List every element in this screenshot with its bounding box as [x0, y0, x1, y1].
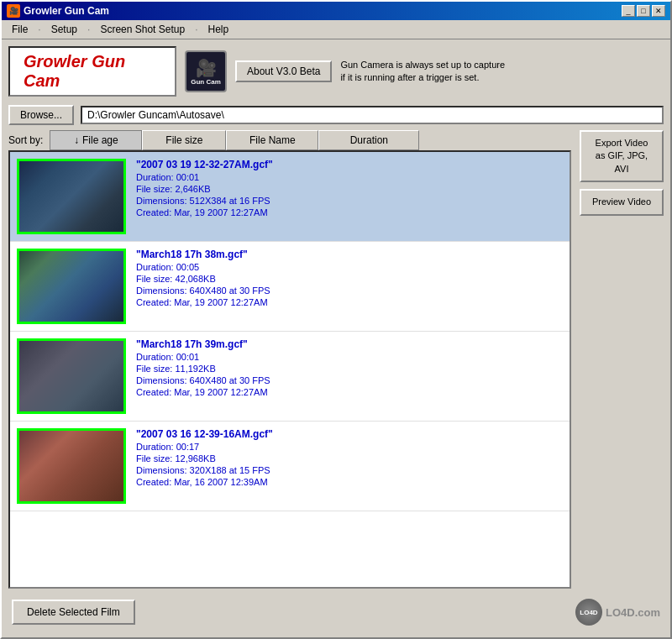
browse-button[interactable]: Browse... — [8, 105, 74, 125]
item-filename: "March18 17h 38m.gcf" — [136, 249, 563, 260]
list-item[interactable]: "March18 17h 39m.gcf" Duration: 00:01 Fi… — [10, 332, 570, 422]
right-buttons-panel: Export Video as GIF, JPG, AVI Preview Vi… — [576, 130, 664, 589]
list-item[interactable]: "March18 17h 38m.gcf" Duration: 00:05 Fi… — [10, 242, 570, 332]
list-item[interactable]: "2007 03 19 12-32-27AM.gcf" Duration: 00… — [10, 152, 570, 242]
browse-row: Browse... D:\Growler Guncam\Autosave\ — [8, 105, 664, 125]
sort-duration-button[interactable]: Duration — [318, 130, 419, 150]
sort-file-size-label: File size — [165, 134, 202, 146]
watermark-text: LO4D.com — [606, 606, 660, 619]
item-duration: Duration: 00:01 — [136, 172, 563, 182]
item-info: "2007 03 19 12-32-27AM.gcf" Duration: 00… — [136, 159, 563, 217]
title-bar: 🎥 Growler Gun Cam _ □ ✕ — [2, 2, 670, 20]
list-item[interactable]: "2007 03 16 12-39-16AM.gcf" Duration: 00… — [10, 422, 570, 511]
thumbnail — [17, 428, 126, 504]
item-dimensions: Dimensions: 640X480 at 30 FPS — [136, 285, 563, 296]
sort-file-age-label: File age — [82, 134, 118, 146]
menu-bar: File · Setup · Screen Shot Setup · Help — [2, 20, 670, 39]
cam-logo: 🎥 Gun Cam — [185, 50, 227, 92]
item-filesize: File size: 42,068KB — [136, 274, 563, 284]
item-filesize: File size: 11,192KB — [136, 364, 563, 374]
watermark: LO4D LO4D.com — [575, 599, 660, 626]
menu-help[interactable]: Help — [201, 22, 235, 37]
sort-file-name-button[interactable]: File Name — [226, 130, 318, 150]
sort-file-size-button[interactable]: File size — [142, 130, 226, 150]
title-controls: _ □ ✕ — [622, 5, 665, 17]
lo4d-logo: LO4D — [575, 599, 602, 626]
item-dimensions: Dimensions: 320X188 at 15 FPS — [136, 465, 563, 475]
bottom-bar: Delete Selected Film LO4D LO4D.com — [8, 594, 664, 631]
main-window: 🎥 Growler Gun Cam _ □ ✕ File · Setup · S… — [0, 0, 672, 639]
logo-text: Growler Gun Cam — [24, 52, 161, 91]
item-filename: "2007 03 16 12-39-16AM.gcf" — [136, 428, 563, 440]
item-created: Created: Mar, 19 2007 12:27AM — [136, 297, 563, 307]
item-filesize: File size: 12,968KB — [136, 453, 563, 464]
file-list[interactable]: "2007 03 19 12-32-27AM.gcf" Duration: 00… — [8, 150, 571, 589]
item-info: "March18 17h 39m.gcf" Duration: 00:01 Fi… — [136, 338, 563, 397]
main-row: Sort by: ↓ File age File size File Name … — [8, 130, 664, 589]
thumbnail — [17, 159, 126, 234]
thumbnail — [17, 338, 126, 414]
item-filename: "March18 17h 39m.gcf" — [136, 338, 563, 350]
header-section: Growler Gun Cam 🎥 Gun Cam About V3.0 Bet… — [8, 46, 664, 97]
close-button[interactable]: ✕ — [652, 5, 665, 17]
menu-screenshot-setup[interactable]: Screen Shot Setup — [93, 22, 192, 37]
path-display: D:\Growler Guncam\Autosave\ — [81, 106, 664, 124]
item-duration: Duration: 00:05 — [136, 262, 563, 272]
app-icon: 🎥 — [7, 4, 20, 18]
menu-setup[interactable]: Setup — [45, 22, 84, 37]
menu-file[interactable]: File — [5, 22, 34, 37]
item-filename: "2007 03 19 12-32-27AM.gcf" — [136, 159, 563, 170]
item-created: Created: Mar, 19 2007 12:27AM — [136, 387, 563, 397]
item-duration: Duration: 00:17 — [136, 442, 563, 452]
item-dimensions: Dimensions: 640X480 at 30 FPS — [136, 375, 563, 385]
about-button[interactable]: About V3.0 Beta — [235, 60, 332, 82]
item-info: "2007 03 16 12-39-16AM.gcf" Duration: 00… — [136, 428, 563, 487]
sort-arrow-icon: ↓ — [74, 134, 79, 146]
sort-duration-label: Duration — [350, 134, 388, 146]
item-created: Created: Mar, 19 2007 12:27AM — [136, 207, 563, 217]
sort-bar: Sort by: ↓ File age File size File Name … — [8, 130, 571, 150]
cam-logo-label: Gun Cam — [191, 78, 221, 86]
sort-file-age-button[interactable]: ↓ File age — [50, 130, 142, 150]
title-bar-left: 🎥 Growler Gun Cam — [7, 4, 109, 18]
preview-video-button[interactable]: Preview Video — [580, 189, 664, 215]
window-title: Growler Gun Cam — [24, 5, 109, 17]
item-duration: Duration: 00:01 — [136, 352, 563, 362]
info-text: Gun Camera is always set up to capture i… — [340, 59, 508, 85]
sort-file-name-label: File Name — [249, 134, 296, 146]
item-dimensions: Dimensions: 512X384 at 16 FPS — [136, 196, 563, 206]
item-info: "March18 17h 38m.gcf" Duration: 00:05 Fi… — [136, 249, 563, 307]
export-video-button[interactable]: Export Video as GIF, JPG, AVI — [580, 130, 664, 182]
logo-area: Growler Gun Cam — [8, 46, 176, 97]
thumbnail — [17, 249, 126, 324]
left-column: Sort by: ↓ File age File size File Name … — [8, 130, 571, 589]
sort-label: Sort by: — [8, 134, 43, 146]
maximize-button[interactable]: □ — [637, 5, 650, 17]
delete-selected-film-button[interactable]: Delete Selected Film — [12, 600, 135, 625]
content-area: Growler Gun Cam 🎥 Gun Cam About V3.0 Bet… — [2, 39, 670, 637]
cam-icon: 🎥 — [196, 58, 217, 78]
item-created: Created: Mar, 16 2007 12:39AM — [136, 477, 563, 487]
minimize-button[interactable]: _ — [622, 5, 635, 17]
item-filesize: File size: 2,646KB — [136, 184, 563, 194]
